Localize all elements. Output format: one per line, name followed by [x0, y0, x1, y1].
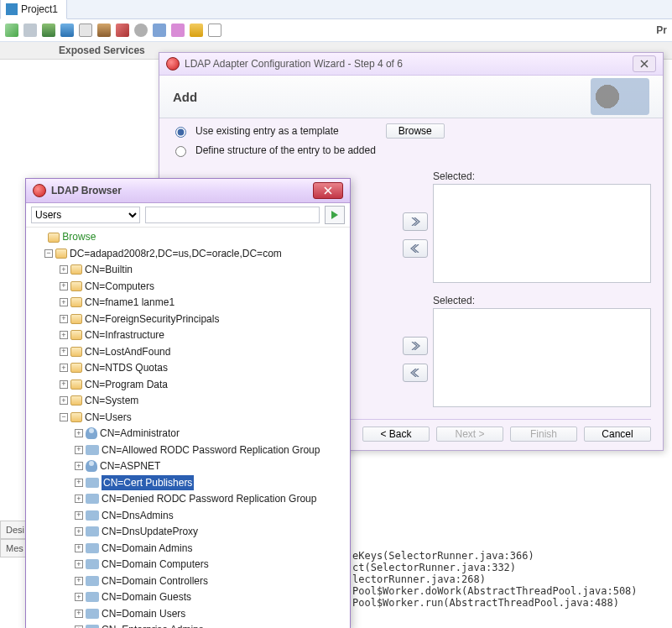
- tree-entry-node[interactable]: +CN=Domain Users: [75, 606, 185, 621]
- cancel-button[interactable]: Cancel: [584, 427, 651, 442]
- tree-toggle-icon[interactable]: +: [60, 331, 68, 339]
- signal-icon[interactable]: [23, 24, 37, 37]
- tree-entry-node[interactable]: +CN=Domain Guests: [75, 589, 191, 604]
- bracket-icon[interactable]: [153, 24, 166, 37]
- wizard-close-button[interactable]: [633, 55, 656, 72]
- tree-entry-node[interactable]: +CN=Domain Admins: [75, 541, 192, 556]
- tree-toggle-icon[interactable]: +: [60, 348, 68, 356]
- tree-root-node[interactable]: −DC=adapad2008r2,DC=us,DC=oracle,DC=com: [44, 246, 282, 261]
- check-icon[interactable]: [5, 24, 18, 37]
- tree-folder-node[interactable]: +CN=Computers: [60, 279, 154, 294]
- tree-toggle-icon[interactable]: +: [75, 479, 83, 487]
- delete-x-icon[interactable]: [116, 24, 129, 37]
- tree-node-label: CN=Infrastructure: [85, 327, 164, 343]
- tree-toggle-icon[interactable]: +: [75, 511, 83, 520]
- tree-entry-node[interactable]: +CN=Denied RODC Password Replication Gro…: [75, 491, 316, 506]
- tree-users-node[interactable]: −CN=Users: [60, 410, 132, 425]
- tree-node-label: CN=Enterprise Admins: [102, 622, 204, 628]
- add-selection-button-2[interactable]: [403, 337, 428, 355]
- tree-node-label: CN=ASPNET: [100, 458, 160, 474]
- image-icon-2[interactable]: [60, 24, 74, 37]
- tree-node-label: CN=Domain Guests: [102, 589, 191, 604]
- option-use-existing-radio[interactable]: [175, 127, 186, 138]
- tree-node-label: CN=Users: [85, 410, 132, 425]
- tree-entry-node[interactable]: +CN=Allowed RODC Password Replication Gr…: [75, 442, 320, 458]
- add-selection-button-1[interactable]: [403, 212, 428, 231]
- tree-folder-node[interactable]: +CN=fname1 lanme1: [60, 295, 175, 310]
- tree-toggle-icon[interactable]: +: [75, 462, 83, 470]
- option-define-radio[interactable]: [175, 146, 186, 157]
- tree-toggle-icon[interactable]: +: [75, 560, 83, 568]
- tree-toggle-icon[interactable]: +: [75, 495, 83, 503]
- tree-toggle-icon[interactable]: +: [60, 282, 68, 290]
- remove-selection-button-2[interactable]: [403, 364, 428, 382]
- copy-icon[interactable]: [79, 24, 92, 37]
- tree-folder-node[interactable]: +CN=Builtin: [60, 262, 133, 277]
- tree-entry-node[interactable]: +CN=Administrator: [75, 426, 180, 441]
- shield-icon[interactable]: [190, 24, 203, 37]
- editor-tab-project1[interactable]: Project1: [0, 0, 67, 19]
- group-icon: [86, 526, 99, 536]
- oracle-icon: [33, 184, 46, 197]
- chevron-right-icon: [410, 217, 420, 226]
- tree-entry-node[interactable]: +CN=Domain Computers: [75, 557, 209, 572]
- tree-toggle-icon[interactable]: +: [75, 593, 83, 601]
- binoculars-icon[interactable]: [97, 24, 111, 37]
- check-box-icon[interactable]: [208, 24, 221, 37]
- ldap-search-input[interactable]: [145, 207, 320, 223]
- tree-toggle-icon[interactable]: +: [75, 429, 83, 437]
- ldap-browse-link-label: Browse: [62, 231, 96, 243]
- wizard-titlebar[interactable]: LDAP Adapter Configuration Wizard - Step…: [159, 53, 663, 76]
- selected-list-1[interactable]: [433, 184, 651, 283]
- tree-entry-node[interactable]: +CN=DnsAdmins: [75, 508, 174, 523]
- close-icon: [324, 186, 332, 195]
- tree-toggle-icon[interactable]: +: [75, 527, 83, 536]
- ldap-close-button[interactable]: [313, 182, 343, 199]
- tree-entry-node[interactable]: +CN=Domain Controllers: [75, 573, 208, 589]
- tree-folder-node[interactable]: +CN=Infrastructure: [60, 327, 164, 343]
- tree-toggle-icon[interactable]: +: [75, 577, 83, 585]
- tree-toggle-icon[interactable]: +: [60, 265, 68, 274]
- folder-icon: [70, 379, 82, 390]
- ldap-browse-link[interactable]: Browse: [26, 228, 350, 243]
- selected-list-2[interactable]: [433, 308, 651, 407]
- image-icon-1[interactable]: [42, 24, 55, 37]
- tree-toggle-icon[interactable]: +: [75, 544, 83, 552]
- folder-icon: [70, 281, 82, 291]
- ldap-tree[interactable]: −DC=adapad2008r2,DC=us,DC=oracle,DC=com …: [26, 243, 350, 628]
- wizard-gear-art: [591, 78, 649, 115]
- tree-entry-node[interactable]: +CN=ASPNET: [75, 458, 160, 474]
- wizard-banner: Add: [159, 76, 663, 118]
- tree-folder-node[interactable]: +CN=System: [60, 393, 138, 408]
- ldap-titlebar[interactable]: LDAP Browser: [26, 179, 350, 203]
- box-icon[interactable]: [171, 24, 185, 37]
- group-icon: [86, 510, 99, 521]
- user-icon: [86, 460, 97, 472]
- finish-button[interactable]: Finish: [510, 427, 577, 442]
- gear-icon[interactable]: [134, 24, 148, 37]
- tree-entry-node[interactable]: +CN=DnsUpdateProxy: [75, 524, 198, 539]
- tree-toggle-icon[interactable]: +: [60, 396, 68, 405]
- tree-toggle-icon[interactable]: −: [44, 249, 53, 258]
- tree-entry-node[interactable]: +CN=Enterprise Admins: [75, 622, 204, 628]
- tree-toggle-icon[interactable]: +: [60, 298, 68, 306]
- tree-toggle-icon[interactable]: −: [60, 413, 68, 421]
- next-button[interactable]: Next >: [436, 427, 503, 442]
- remove-selection-button-1[interactable]: [403, 239, 428, 258]
- tree-folder-node[interactable]: +CN=Program Data: [60, 377, 168, 392]
- tree-node-label: CN=fname1 lanme1: [85, 295, 175, 310]
- tree-toggle-icon[interactable]: +: [60, 380, 68, 389]
- ldap-search-go-button[interactable]: [325, 206, 345, 224]
- tree-toggle-icon[interactable]: +: [60, 364, 68, 372]
- tree-folder-node[interactable]: +CN=ForeignSecurityPrincipals: [60, 311, 219, 327]
- tree-folder-node[interactable]: +CN=LostAndFound: [60, 344, 170, 359]
- tree-toggle-icon[interactable]: +: [60, 315, 68, 323]
- tree-toggle-icon[interactable]: +: [75, 610, 83, 618]
- tree-node-label: CN=Denied RODC Password Replication Grou…: [102, 491, 316, 506]
- tree-folder-node[interactable]: +CN=NTDS Quotas: [60, 360, 168, 375]
- back-button[interactable]: < Back: [362, 427, 430, 442]
- browse-template-button[interactable]: Browse: [386, 123, 445, 139]
- tree-toggle-icon[interactable]: +: [75, 446, 83, 454]
- ldap-scope-select[interactable]: Users: [31, 207, 140, 223]
- tree-entry-node[interactable]: +CN=Cert Publishers: [75, 475, 194, 490]
